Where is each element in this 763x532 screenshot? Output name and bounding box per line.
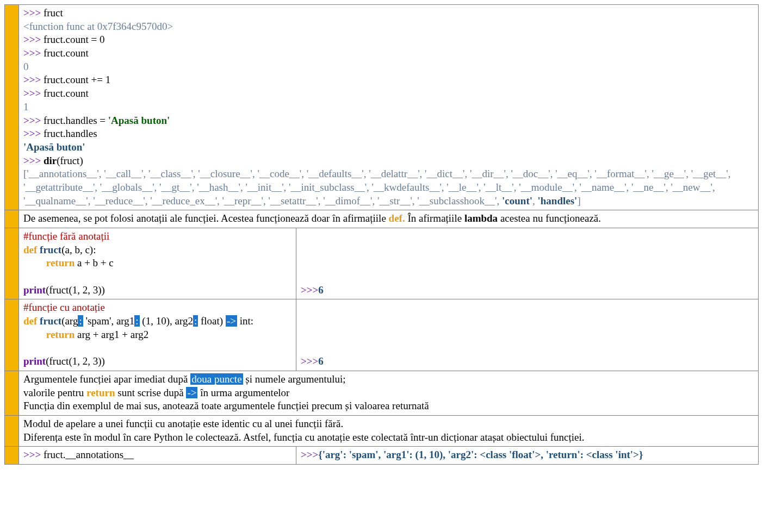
- code: fruct.__annotations__: [44, 449, 134, 460]
- keyword-return: return: [46, 257, 75, 268]
- text: De asemenea, se pot folosi anotații ale …: [23, 212, 389, 224]
- annotation-explain-1: Argumentele funcției apar imediat după d…: [19, 371, 759, 415]
- out-prompt: >>>: [301, 449, 318, 460]
- highlight-arrow: ->: [186, 387, 197, 398]
- annotation-explain-2: Modul de apelare a unei funcții cu anota…: [19, 415, 759, 446]
- dir-sep: ,: [532, 195, 538, 206]
- code: fruct.count: [44, 87, 89, 99]
- text: Argumentele funcției apar imediat după: [23, 373, 190, 385]
- output-cell: >>>6: [296, 299, 759, 371]
- dir-close: ]: [577, 195, 580, 206]
- arg-part: int:: [237, 315, 253, 327]
- print-args: (fruct(1, 2, 3)): [46, 284, 105, 296]
- dir-item-handles: 'handles': [538, 195, 578, 206]
- arg-part: float): [198, 315, 226, 327]
- out-prompt: >>>: [301, 284, 318, 296]
- text: valorile pentru: [23, 387, 86, 398]
- arg-part: 'spam', arg1: [83, 315, 135, 327]
- document-table: >>> fruct <function func at 0x7f364c9570…: [4, 4, 759, 465]
- args: (a, b, c):: [61, 244, 96, 255]
- dir-list: ['__annotations__', '__call__', '__class…: [23, 168, 731, 206]
- highlight-doua-puncte: doua puncte: [190, 373, 243, 385]
- code-no-annotation: #funcție fără anotații def fruct(a, b, c…: [19, 228, 296, 299]
- code-with-annotation: #funcție cu anotație def fruct(arg: 'spa…: [19, 299, 296, 371]
- row-stripe: [5, 415, 19, 446]
- print-args: (fruct(1, 2, 3)): [46, 355, 105, 367]
- colon-highlight: :: [78, 315, 83, 327]
- dir-output: ['__annotations__', '__call__', '__class…: [23, 167, 754, 208]
- keyword-return: return: [46, 329, 75, 340]
- function-name: fruct: [40, 244, 61, 255]
- function-name: fruct: [40, 315, 61, 327]
- keyword-return: return: [86, 387, 115, 398]
- prompt: >>>: [23, 449, 44, 460]
- code: fruct: [44, 7, 63, 18]
- annotations-code: >>> fruct.__annotations__: [19, 447, 296, 465]
- row-stripe: [5, 5, 19, 210]
- text: Diferența este în modul în care Python l…: [23, 431, 754, 445]
- prompt: >>>: [23, 74, 44, 85]
- row-stripe: [5, 371, 19, 415]
- comment: #funcție fără anotații: [23, 230, 291, 243]
- row-stripe: [5, 228, 19, 299]
- text: în urma argumentelor: [197, 387, 289, 398]
- prompt: >>>: [23, 87, 44, 99]
- arg-part: (1, 10), arg2: [140, 315, 193, 327]
- keyword-print: print: [23, 284, 46, 296]
- text: sunt scrise după: [115, 387, 187, 398]
- repl-output: <function func at 0x7f364c9570d0>: [23, 20, 754, 34]
- comment: #funcție cu anotație: [23, 301, 291, 315]
- colon-highlight: :: [134, 315, 139, 327]
- prompt: >>>: [23, 155, 44, 166]
- text: și numele argumentului;: [243, 373, 346, 385]
- keyword-lambda: lambda: [464, 212, 498, 224]
- keyword-def: def.: [389, 212, 405, 224]
- dir-item-count: 'count': [502, 195, 532, 206]
- code: fruct.count += 1: [44, 74, 110, 85]
- text: Modul de apelare a unei funcții cu anota…: [23, 417, 754, 431]
- code: fruct.handles: [44, 128, 97, 139]
- code: fruct.count: [44, 47, 89, 59]
- out-value: 6: [318, 284, 324, 296]
- repl-output: 1: [23, 101, 754, 114]
- keyword-print: print: [23, 355, 46, 367]
- out-value: 6: [318, 355, 324, 367]
- row-stripe: [5, 447, 19, 465]
- code: (fruct): [57, 155, 83, 166]
- arrow-highlight: ->: [226, 315, 237, 327]
- expr: arg + arg1 + arg2: [75, 329, 148, 340]
- annotations-output: >>>{'arg': 'spam', 'arg1': (1, 10), 'arg…: [296, 447, 759, 465]
- text: acestea nu funcționează.: [498, 212, 601, 224]
- prompt: >>>: [23, 7, 44, 18]
- prompt: >>>: [23, 115, 44, 126]
- out-value: {'arg': 'spam', 'arg1': (1, 10), 'arg2':…: [318, 449, 643, 460]
- keyword-def: def: [23, 315, 40, 327]
- prompt: >>>: [23, 128, 44, 139]
- repl-block: >>> fruct <function func at 0x7f364c9570…: [19, 5, 759, 210]
- repl-output: 'Apasă buton': [23, 141, 754, 154]
- out-prompt: >>>: [301, 355, 318, 367]
- repl-output: 0: [23, 60, 754, 74]
- code: fruct.count = 0: [44, 34, 105, 45]
- dir-call: dir: [44, 155, 57, 166]
- row-stripe: [5, 299, 19, 371]
- string-literal: 'Apasă buton': [108, 115, 170, 126]
- output-cell: >>>6: [296, 228, 759, 299]
- code: fruct.handles =: [44, 115, 108, 126]
- expr: a + b + c: [75, 257, 114, 268]
- text: Funcția din exemplul de mai sus, anoteaz…: [23, 399, 754, 413]
- arg-part: (arg: [61, 315, 78, 327]
- prompt: >>>: [23, 34, 44, 45]
- prompt: >>>: [23, 47, 44, 59]
- colon-highlight: :: [193, 315, 198, 327]
- keyword-def: def: [23, 244, 40, 255]
- row-stripe: [5, 210, 19, 228]
- annotation-intro: De asemenea, se pot folosi anotații ale …: [19, 210, 759, 228]
- text: În afirmațiile: [405, 212, 464, 224]
